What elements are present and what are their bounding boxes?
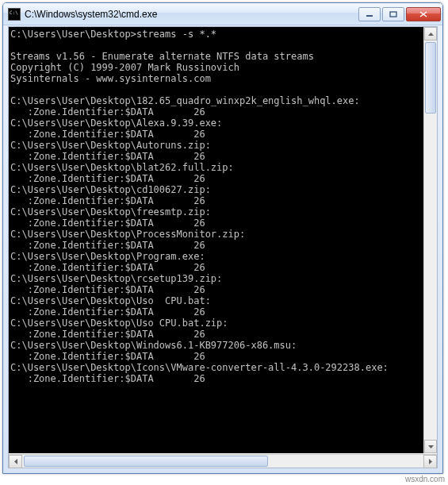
cmd-window: C:\Windows\system32\cmd.exe C:\Users\Use…: [2, 2, 443, 474]
svg-marker-7: [429, 459, 432, 464]
minimize-icon: [366, 11, 373, 17]
chevron-down-icon: [428, 445, 434, 448]
horizontal-scroll-thumb[interactable]: [24, 456, 268, 467]
vertical-scroll-thumb[interactable]: [425, 42, 436, 114]
terminal-output[interactable]: C:\Users\User\Desktop>streams -s *.* Str…: [9, 27, 423, 453]
maximize-icon: [389, 11, 397, 17]
scroll-up-button[interactable]: [424, 27, 437, 40]
horizontal-scrollbar[interactable]: [9, 454, 437, 468]
svg-rect-0: [366, 15, 373, 17]
svg-marker-6: [14, 459, 17, 464]
close-button[interactable]: [406, 7, 441, 21]
scroll-down-button[interactable]: [424, 440, 437, 453]
svg-rect-1: [390, 12, 396, 17]
maximize-button[interactable]: [382, 7, 404, 21]
chevron-up-icon: [428, 33, 434, 36]
chevron-right-icon: [429, 459, 432, 464]
svg-marker-4: [428, 33, 434, 36]
scroll-left-button[interactable]: [9, 455, 22, 468]
vertical-scrollbar[interactable]: [423, 27, 437, 453]
terminal-wrapper: C:\Users\User\Desktop>streams -s *.* Str…: [9, 27, 437, 453]
chevron-left-icon: [14, 459, 17, 464]
close-icon: [419, 11, 427, 17]
minimize-button[interactable]: [358, 7, 381, 21]
window-controls: [358, 7, 441, 21]
window-title: C:\Windows\system32\cmd.exe: [25, 9, 358, 20]
client-area: C:\Users\User\Desktop>streams -s *.* Str…: [8, 26, 438, 468]
titlebar[interactable]: C:\Windows\system32\cmd.exe: [3, 3, 442, 25]
scroll-right-button[interactable]: [423, 455, 437, 468]
vertical-scroll-track[interactable]: [424, 40, 437, 440]
cmd-icon: [8, 8, 21, 21]
horizontal-scroll-track[interactable]: [22, 455, 423, 468]
svg-marker-5: [428, 445, 434, 448]
watermark: wsxdn.com: [405, 475, 445, 483]
